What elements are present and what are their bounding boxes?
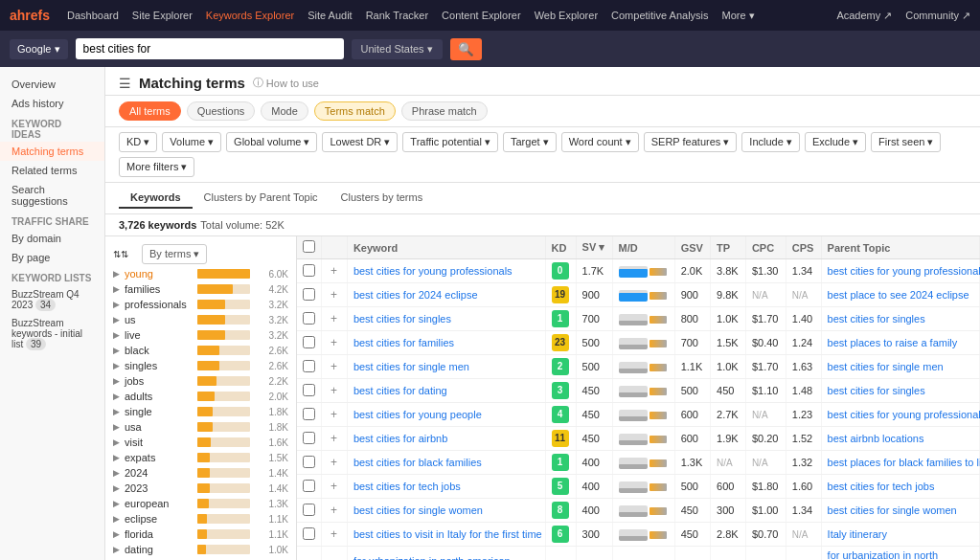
cluster-item[interactable]: ▶ usa 1.8K	[105, 419, 296, 435]
filter-target[interactable]: Target ▾	[503, 132, 557, 152]
location-button[interactable]: United States ▾	[352, 39, 443, 59]
parent-topic-link[interactable]: best cities for tech jobs	[828, 481, 935, 492]
nav-more[interactable]: More ▾	[722, 10, 755, 22]
nav-competitive-analysis[interactable]: Competitive Analysis	[611, 10, 709, 21]
cluster-item[interactable]: ▶ families 4.2K	[105, 281, 296, 297]
cell-add[interactable]: +	[322, 307, 348, 331]
parent-topic-link[interactable]: Italy itinerary	[828, 528, 887, 540]
cluster-item[interactable]: ▶ eclipse 1.1K	[105, 511, 296, 526]
sidebar-item-overview[interactable]: Overview	[0, 75, 104, 94]
nav-site-audit[interactable]: Site Audit	[308, 10, 352, 21]
cluster-item[interactable]: ▶ dating 1.0K	[105, 542, 296, 557]
cluster-item[interactable]: ▶ single 1.8K	[105, 404, 296, 419]
cell-checkbox[interactable]	[297, 259, 322, 283]
cell-add[interactable]: +	[322, 403, 348, 427]
cell-add[interactable]: +	[322, 451, 348, 475]
cluster-item[interactable]: ▶ professionals 3.2K	[105, 297, 296, 312]
cell-checkbox[interactable]	[297, 475, 322, 499]
filter-include[interactable]: Include ▾	[741, 132, 800, 152]
tab-terms-match[interactable]: Terms match	[314, 101, 396, 121]
keyword-link[interactable]: best cities for tech jobs	[353, 481, 461, 492]
sidebar-item-by-page[interactable]: By page	[0, 248, 104, 267]
cluster-item[interactable]: ▶ adults 2.0K	[105, 389, 296, 404]
cell-add[interactable]: +	[322, 379, 348, 403]
cell-checkbox[interactable]	[297, 427, 322, 451]
cell-checkbox[interactable]	[297, 283, 322, 307]
filter-volume[interactable]: Volume ▾	[162, 132, 221, 152]
keyword-link[interactable]: best cities for singles	[353, 313, 451, 325]
tab-phrase-match[interactable]: Phrase match	[401, 101, 488, 121]
row-checkbox[interactable]	[303, 480, 315, 492]
cluster-item[interactable]: ▶ visit 1.6K	[105, 435, 296, 450]
cell-checkbox[interactable]	[297, 451, 322, 475]
parent-topic-link[interactable]: best place to see 2024 eclipse	[828, 289, 969, 301]
tab-all-terms[interactable]: All terms	[119, 101, 181, 121]
keyword-link[interactable]: best cities for families	[353, 337, 454, 348]
add-keyword-button[interactable]: +	[328, 288, 340, 302]
cell-add[interactable]: +	[322, 355, 348, 379]
row-checkbox[interactable]	[303, 456, 315, 468]
sort-by-button[interactable]: By terms ▾	[142, 244, 207, 264]
sidebar-item-ads-history[interactable]: Ads history	[0, 94, 104, 113]
add-keyword-button[interactable]: +	[328, 312, 340, 325]
keyword-link[interactable]: best cities for single women	[353, 504, 483, 516]
cell-checkbox[interactable]	[297, 499, 322, 523]
nav-dashboard[interactable]: Dashboard	[67, 10, 119, 21]
sidebar-item-matching-terms[interactable]: Matching terms	[0, 142, 104, 161]
row-checkbox[interactable]	[303, 312, 315, 325]
keyword-link[interactable]: best cities to visit in Italy for the fi…	[353, 528, 542, 540]
cluster-item[interactable]: ▶ young 6.0K	[105, 266, 296, 281]
subtab-clusters-parent[interactable]: Clusters by Parent Topic	[193, 188, 330, 209]
filter-more[interactable]: More filters ▾	[119, 157, 194, 177]
cluster-item[interactable]: ▶ european 1.3K	[105, 496, 296, 511]
filter-global-volume[interactable]: Global volume ▾	[226, 132, 317, 152]
add-keyword-button[interactable]: +	[328, 432, 340, 445]
parent-topic-link[interactable]: best places to raise a family	[828, 337, 958, 348]
cell-checkbox[interactable]	[297, 379, 322, 403]
parent-topic-link[interactable]: best airbnb locations	[828, 433, 924, 444]
cell-add[interactable]: +	[322, 475, 348, 499]
cluster-item[interactable]: ▶ jobs 2.2K	[105, 373, 296, 389]
add-keyword-button[interactable]: +	[328, 456, 340, 469]
filter-word-count[interactable]: Word count ▾	[561, 132, 639, 152]
cluster-item[interactable]: ▶ black 2.6K	[105, 343, 296, 358]
nav-site-explorer[interactable]: Site Explorer	[132, 10, 193, 21]
cell-add[interactable]: +	[322, 547, 348, 561]
keyword-link[interactable]: best cities for black families	[353, 457, 482, 468]
parent-topic-link[interactable]: best cities for single men	[828, 361, 944, 372]
parent-topic-link[interactable]: best cities for singles	[828, 385, 925, 396]
keyword-link[interactable]: best cities for young people	[353, 409, 482, 420]
cell-add[interactable]: +	[322, 523, 348, 547]
search-input[interactable]	[76, 38, 344, 59]
add-keyword-button[interactable]: +	[328, 527, 340, 541]
parent-topic-link[interactable]: best cities for singles	[828, 313, 925, 325]
add-keyword-button[interactable]: +	[328, 384, 340, 397]
subtab-clusters-terms[interactable]: Clusters by terms	[330, 188, 435, 209]
filter-exclude[interactable]: Exclude ▾	[805, 132, 866, 152]
filter-lowest-dr[interactable]: Lowest DR ▾	[322, 132, 398, 152]
row-checkbox[interactable]	[303, 504, 315, 516]
subtab-keywords[interactable]: Keywords	[119, 188, 193, 209]
cluster-item[interactable]: ▶ 2023 1.4K	[105, 481, 296, 496]
row-checkbox[interactable]	[303, 336, 315, 348]
add-keyword-button[interactable]: +	[328, 264, 340, 278]
cell-checkbox[interactable]	[297, 523, 322, 547]
select-all-checkbox[interactable]	[303, 240, 315, 253]
nav-web-explorer[interactable]: Web Explorer	[535, 10, 598, 21]
row-checkbox[interactable]	[303, 432, 315, 444]
hamburger-icon[interactable]: ☰	[119, 76, 131, 91]
keyword-link[interactable]: best cities for young professionals	[353, 265, 513, 277]
add-keyword-button[interactable]: +	[328, 360, 340, 373]
nav-rank-tracker[interactable]: Rank Tracker	[366, 10, 428, 21]
cell-checkbox[interactable]	[297, 355, 322, 379]
cluster-item[interactable]: ▶ live 3.2K	[105, 327, 296, 343]
sidebar-item-related-terms[interactable]: Related terms	[0, 161, 104, 180]
cell-add[interactable]: +	[322, 283, 348, 307]
sidebar-item-search-suggestions[interactable]: Search suggestions	[0, 180, 104, 211]
add-keyword-button[interactable]: +	[328, 504, 340, 517]
parent-topic-link[interactable]: best cities for young professionals	[828, 265, 980, 277]
sidebar-item-by-domain[interactable]: By domain	[0, 229, 104, 248]
filter-traffic-potential[interactable]: Traffic potential ▾	[402, 132, 498, 152]
add-keyword-button[interactable]: +	[328, 480, 340, 493]
search-submit-button[interactable]: 🔍	[450, 38, 482, 60]
